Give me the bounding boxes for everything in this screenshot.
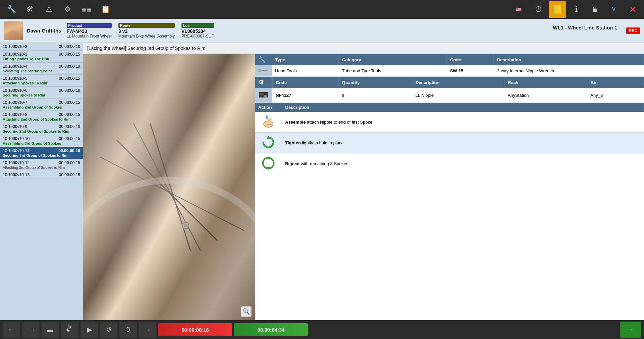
section-title: [Lacing the Wheel] Securing 3rd Group of…	[83, 43, 644, 54]
tool-icon-cell	[255, 65, 272, 77]
clock-button[interactable]: ⏱	[530, 1, 547, 18]
svg-rect-15	[268, 118, 270, 125]
avatar	[4, 21, 23, 40]
action-description: Assemble attach Nipple to end of first S…	[282, 112, 644, 133]
step-item[interactable]: 10 1000v10-3 00.00:00:15 Fitting Spokes …	[0, 51, 83, 63]
step-item[interactable]: 10 1000v10-2 00.00:00:10	[0, 43, 83, 51]
layout2-button[interactable]: ▬	[42, 322, 59, 338]
step-item[interactable]: 10 1000v10-7 00.00:00:15 Assembling 2nd …	[0, 99, 83, 111]
route-desc: Mountain Bike Wheel Assembly	[118, 34, 175, 39]
info-panel: 🔧 Type Category Code Description	[255, 54, 644, 320]
actions-table-container: Action Description	[255, 103, 644, 320]
tools-col-code: Code	[447, 54, 494, 65]
part-code: NI-4127	[272, 88, 338, 103]
step-item[interactable]: 10 1000v10-9 00.00:00:10 Securing 2nd Gr…	[0, 123, 83, 135]
barcode-tool-button[interactable]: ▦▦	[78, 1, 95, 18]
next-button[interactable]: →	[620, 322, 641, 338]
document-tool-button[interactable]: 📋	[97, 1, 114, 18]
timer-button[interactable]: ⏱	[119, 322, 137, 338]
action-description: Tighten lightly to hold in place	[282, 133, 644, 153]
notebook-button[interactable]: 📒	[549, 1, 566, 18]
tool-category: Tube and Tyre Tools	[339, 65, 447, 77]
tool-description: 3-way Internal Nipple Wrench	[494, 65, 644, 77]
actions-table: Action Description	[255, 103, 644, 174]
time-red: 00:00:00:16	[181, 327, 209, 333]
refresh-button[interactable]: ↺	[100, 322, 117, 338]
content-area: 🔍 🔧 Type Category	[83, 54, 644, 320]
part-bin: Any_3	[587, 88, 644, 103]
product-field: Product FW-M423 LL Mountain Front Wheel	[67, 23, 112, 39]
tighten-icon	[261, 135, 275, 149]
wrench-image-icon	[258, 67, 268, 73]
assemble-icon	[261, 115, 275, 129]
tool-type: Hand Tools	[272, 65, 339, 77]
hammer-tool-button[interactable]: 🛠	[21, 1, 39, 18]
parts-col-code: Code	[272, 77, 338, 88]
step-item[interactable]: 10 1000v10-12 00.00:00:15 Attaching 3rd …	[0, 159, 83, 171]
actions-col-description: Description	[282, 103, 644, 112]
step-item[interactable]: 10 1000v10-13 00.00:00:15	[0, 171, 83, 179]
close-button[interactable]: ✕	[624, 1, 641, 18]
part-icon-cell	[255, 88, 272, 103]
table-row: NI-4127 8 LL Nipple AnyStation Any_3	[255, 88, 644, 103]
step-item[interactable]: 10 1000v10-6 00.00:00:10 Securing Spokes…	[0, 87, 83, 99]
user-name: Dawn Griffiths	[27, 28, 61, 33]
steps-panel[interactable]: 10 1000v10-2 00.00:00:10 10 1000v10-3 00…	[0, 43, 83, 320]
product-code: FW-M423	[67, 28, 112, 34]
action-row: Assemble attach Nipple to end of first S…	[255, 112, 644, 133]
action-icon-cell	[255, 133, 282, 153]
action-description: Repeat with remaining 8 Spokes	[282, 153, 644, 174]
parts-header-icon: ⚙	[258, 79, 264, 86]
action-row: Tighten lightly to hold in place	[255, 133, 644, 153]
monitor-button[interactable]: 🖥	[586, 1, 604, 18]
step-item-active[interactable]: 10 1000v10-11 00.00:00:10 Securing 3rd G…	[0, 147, 83, 159]
part-description: LL Nipple	[412, 88, 504, 103]
actions-col-action: Action	[255, 103, 282, 112]
step-item[interactable]: 10 1000v10-5 00.00:00:15 Attaching Spoke…	[0, 75, 83, 87]
flag-button[interactable]: 🇺🇸	[508, 1, 529, 18]
layout1-button[interactable]: ▭	[22, 322, 40, 338]
product-badge: Product	[67, 23, 112, 28]
step-item[interactable]: 10 1000v10-4 00.00:00:10 Selecting The S…	[0, 63, 83, 75]
back-button[interactable]: ←	[3, 322, 20, 338]
parts-col-quantity: Quantity	[338, 77, 412, 88]
bottom-bar: ← ▭ ▬ ◈ 0 ▶ ↺ ⏱ → 00:00:00:16 00.00:04:3…	[0, 320, 644, 339]
parts-col-rack: Rack	[504, 77, 587, 88]
zoom-button[interactable]: 🔍	[241, 306, 252, 317]
tools-col-type: Type	[272, 54, 339, 65]
rec-badge: REC	[626, 27, 640, 34]
lot-field: Lot VL0005284 PRE-000007-SUF	[181, 23, 214, 39]
main-content: 10 1000v10-2 00.00:00:10 10 1000v10-3 00…	[0, 43, 644, 320]
part-rack: AnyStation	[504, 88, 587, 103]
tool-code: SW-15	[447, 65, 494, 77]
step-item[interactable]: 10 1000v10-10 00.00:00:15 Assembling 3rd…	[0, 135, 83, 147]
action-icon-cell	[255, 112, 282, 133]
wrench-tool-button[interactable]: 🔧	[3, 1, 20, 18]
alert-button[interactable]: ℹ	[568, 1, 585, 18]
tools-col-description: Description	[494, 54, 644, 65]
progress-green: 00.00:04:34	[234, 323, 308, 336]
parts-col-description: Description	[412, 77, 504, 88]
svg-rect-18	[266, 117, 267, 119]
vuforia-button[interactable]: V	[605, 1, 623, 18]
step-item[interactable]: 10 1000v10-8 00.00:00:15 Attaching 2nd G…	[0, 111, 83, 123]
settings-tool-button[interactable]: ⚙	[59, 1, 76, 18]
tools-table: 🔧 Type Category Code Description	[255, 54, 644, 77]
warning-tool-button[interactable]: ⚠	[40, 1, 58, 18]
part-image-icon	[258, 90, 269, 99]
forward-nav-button[interactable]: →	[139, 322, 156, 338]
play-button[interactable]: ▶	[80, 322, 98, 338]
image-panel: 🔍	[83, 54, 255, 320]
tools-table-container: 🔧 Type Category Code Description	[255, 54, 644, 77]
svg-rect-10	[260, 93, 264, 95]
parts-table: ⚙ Code Quantity Description Rack Bin	[255, 77, 644, 103]
route-badge: Route	[118, 23, 175, 28]
station-label: WL1 - Wheel Line Station 1	[553, 25, 617, 30]
layers-button[interactable]: ◈ 0	[61, 322, 78, 338]
right-content: [Lacing the Wheel] Securing 3rd Group of…	[83, 43, 644, 320]
main-toolbar: 🔧 🛠 ⚠ ⚙ ▦▦ 📋 🇺🇸 ⏱ 📒 ℹ 🖥 V ✕	[0, 0, 644, 19]
svg-rect-8	[258, 69, 261, 72]
lot-badge: Lot	[181, 23, 214, 28]
header-bar: Dawn Griffiths Product FW-M423 LL Mounta…	[0, 19, 644, 43]
time-green: 00.00:04:34	[258, 327, 285, 333]
